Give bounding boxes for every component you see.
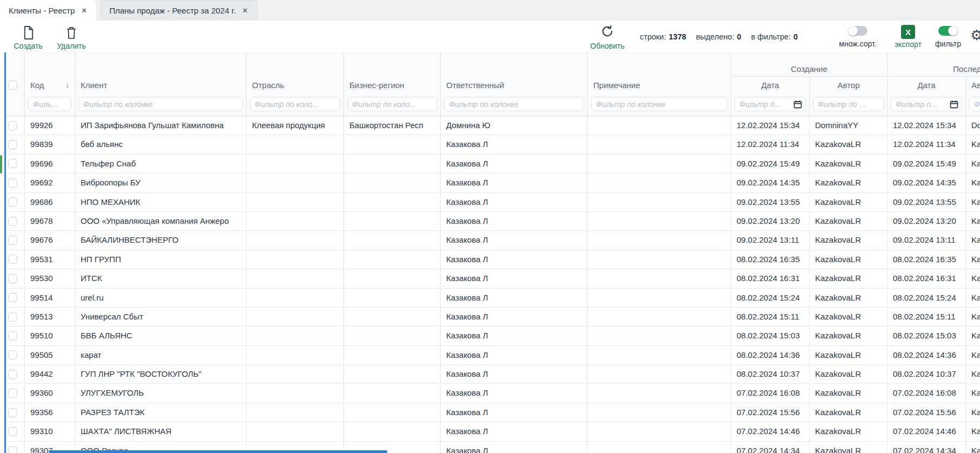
cell-created_date: 07.02.2024 16:08 — [731, 384, 810, 402]
cell-modified_date: 09.02.2024 13:55 — [888, 193, 966, 211]
calendar-icon[interactable] — [793, 100, 802, 111]
filter-input-note[interactable] — [591, 97, 727, 111]
row-checkbox[interactable] — [8, 197, 17, 206]
table-row[interactable]: 99531НП ГРУППКазакова Л08.02.2024 16:35K… — [6, 250, 980, 269]
table-row[interactable]: 99513Универсал СбытКазакова Л08.02.2024 … — [6, 308, 980, 327]
row-checkbox[interactable] — [8, 236, 17, 245]
table-row[interactable]: 99530ИТСККазакова Л08.02.2024 16:31Kazak… — [6, 269, 980, 288]
document-icon — [22, 24, 35, 41]
filter-input-code[interactable] — [28, 97, 71, 111]
filter-toggle[interactable] — [938, 26, 958, 36]
cell-modified_author: KazakovaLR — [966, 135, 980, 154]
row-checkbox[interactable] — [8, 408, 17, 417]
table-row[interactable]: 99692Виброопоры БУКазакова Л09.02.2024 1… — [6, 174, 980, 192]
row-checkbox[interactable] — [8, 312, 17, 322]
table-row[interactable]: 99514urel.ruКазакова Л08.02.2024 15:24Ka… — [6, 289, 980, 308]
row-checkbox[interactable] — [8, 446, 17, 453]
cell-created_date: 12.02.2024 15:34 — [731, 116, 810, 135]
cell-created_date: 09.02.2024 14:35 — [731, 174, 810, 192]
tab-label: Клиенты - Реестр — [9, 6, 75, 15]
cell-responsible: Казакова Л — [441, 365, 588, 383]
table-row[interactable]: 99839бвб альянсКазакова Л12.02.2024 11:3… — [6, 135, 980, 154]
refresh-button[interactable]: Обновить — [588, 24, 626, 50]
gear-icon[interactable]: ⚙ — [970, 27, 980, 44]
row-checkbox[interactable] — [8, 389, 17, 398]
table-row[interactable]: 99678ООО «Управляющая компания АнжероКаз… — [6, 212, 980, 231]
cell-responsible: Казакова Л — [441, 308, 588, 326]
row-checkbox[interactable] — [8, 370, 17, 379]
cell-created_date: 07.02.2024 15:56 — [731, 403, 810, 422]
table-row[interactable]: 99356РАЗРЕЗ ТАЛТЭККазакова Л07.02.2024 1… — [6, 403, 980, 422]
row-checkbox[interactable] — [8, 331, 17, 341]
filter-input-responsible[interactable] — [444, 97, 584, 111]
tab-sales-plans[interactable]: Планы продаж - Реестр за 2024 г. ✕ — [100, 0, 257, 21]
column-header-modified-author[interactable]: Автор — [971, 81, 980, 90]
cell-client: РАЗРЕЗ ТАЛТЭК — [75, 403, 247, 422]
row-checkbox[interactable] — [8, 350, 17, 359]
row-checkbox[interactable] — [8, 274, 17, 283]
column-header-created-date[interactable]: Дата — [761, 81, 779, 90]
row-checkbox[interactable] — [8, 427, 17, 436]
column-header-created-author[interactable]: Автор — [837, 81, 859, 90]
cell-industry — [247, 250, 344, 269]
vertical-scrollbar-thumb[interactable] — [0, 155, 2, 174]
cell-modified_author: DomninaYY — [966, 116, 980, 135]
cell-created_author: KazakovaLR — [810, 269, 888, 288]
column-header-note[interactable]: Примечание — [593, 81, 640, 90]
filter-input-industry[interactable] — [250, 97, 340, 111]
create-button[interactable]: Создать — [11, 24, 45, 50]
export-button[interactable]: X экспорт — [892, 25, 924, 49]
cell-client: ООО «Управляющая компания Анжеро — [75, 212, 247, 230]
row-checkbox[interactable] — [8, 140, 17, 149]
cell-note — [588, 174, 731, 192]
multi-sort-toggle[interactable] — [848, 26, 868, 36]
horizontal-scrollbar-thumb[interactable] — [49, 450, 387, 453]
filter-input-created-author[interactable] — [813, 97, 884, 111]
cell-modified_date: 08.02.2024 15:03 — [888, 327, 966, 345]
filter-input-region[interactable] — [347, 97, 437, 111]
table-row[interactable]: 99696Тельфер СнабКазакова Л09.02.2024 15… — [6, 155, 980, 174]
cell-client: НПО МЕХАНИК — [75, 193, 247, 211]
cell-client: НП ГРУПП — [75, 250, 247, 269]
column-industry: Отрасль — [247, 53, 344, 116]
cell-industry — [247, 346, 344, 364]
column-header-responsible[interactable]: Ответственный — [446, 81, 504, 90]
table-row[interactable]: 99442ГУП ЛНР "РТК "ВОСТОКУГОЛЬ"Казакова … — [6, 365, 980, 384]
table-row[interactable]: 99686НПО МЕХАНИККазакова Л09.02.2024 13:… — [6, 193, 980, 212]
toolbar: Создать Удалить Обновить строк — [0, 21, 980, 52]
calendar-icon[interactable] — [950, 100, 958, 111]
cell-modified_date: 08.02.2024 15:24 — [888, 289, 966, 307]
row-checkbox[interactable] — [8, 121, 17, 130]
column-header-client[interactable]: Клиент — [81, 81, 107, 90]
select-all-checkbox[interactable] — [8, 81, 17, 90]
tab-clients[interactable]: Клиенты - Реестр ✕ — [0, 0, 96, 21]
column-header-code[interactable]: Код — [30, 81, 44, 90]
table-row[interactable]: 99926ИП Зарифьянова Гульшат КамиловнаКле… — [6, 116, 980, 135]
row-checkbox[interactable] — [8, 293, 17, 302]
table-row[interactable]: 99310ШАХТА" ЛИСТВЯЖНАЯКазакова Л07.02.20… — [6, 422, 980, 441]
cell-note — [588, 269, 731, 288]
sort-desc-icon[interactable]: ↓ — [65, 81, 69, 89]
table-row[interactable]: 99676БАЙКАЛИНВЕСТЭНЕРГОКазакова Л09.02.2… — [6, 231, 980, 250]
row-checkbox[interactable] — [8, 178, 17, 188]
table-row[interactable]: 99510БВБ АЛЬЯНСКазакова Л08.02.2024 15:0… — [6, 327, 980, 345]
table-row[interactable]: 99360УЛУГХЕМУГОЛЬКазакова Л07.02.2024 16… — [6, 384, 980, 403]
table-row[interactable]: 99505каратКазакова Л08.02.2024 14:36Kaza… — [6, 346, 980, 365]
row-checkbox-cell — [6, 327, 25, 345]
filter-input-client[interactable] — [78, 97, 243, 111]
cell-modified_author: KazakovaLR — [966, 289, 980, 307]
row-checkbox[interactable] — [8, 159, 17, 168]
close-icon[interactable]: ✕ — [81, 6, 87, 15]
cell-modified_date: 08.02.2024 14:36 — [888, 346, 966, 364]
delete-button[interactable]: Удалить — [54, 24, 89, 50]
cell-note — [588, 193, 731, 211]
filter-input-modified-author[interactable] — [969, 97, 980, 111]
column-header-region[interactable]: Бизнес-регион — [349, 81, 404, 90]
row-checkbox[interactable] — [8, 255, 17, 264]
column-header-industry[interactable]: Отрасль — [252, 81, 284, 90]
row-stats: строки:1378 выделено:0 в фильтре:0 — [640, 21, 798, 52]
close-icon[interactable]: ✕ — [242, 6, 248, 15]
cell-code: 99310 — [25, 422, 75, 441]
column-header-modified-date[interactable]: Дата — [917, 81, 935, 90]
row-checkbox[interactable] — [8, 217, 17, 226]
